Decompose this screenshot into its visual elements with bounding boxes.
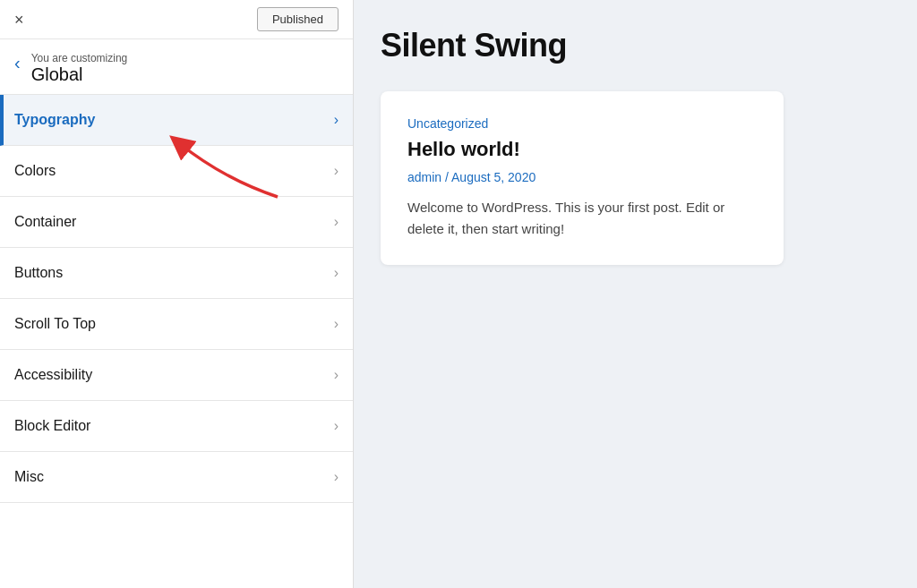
close-icon[interactable]: × <box>14 12 24 28</box>
sidebar-item-label-typography: Typography <box>14 112 95 128</box>
chevron-right-icon: › <box>334 367 339 383</box>
preview-area: Silent Swing Uncategorized Hello world! … <box>354 0 917 292</box>
sidebar-item-label-container: Container <box>14 214 76 230</box>
sidebar-item-label-accessibility: Accessibility <box>14 367 92 383</box>
sidebar-item-container[interactable]: Container› <box>0 197 353 248</box>
customizing-info: You are customizing Global <box>31 52 128 85</box>
sidebar: × Published ‹ You are customizing Global… <box>0 0 354 588</box>
post-meta: admin / August 5, 2020 <box>407 170 757 184</box>
sidebar-item-typography[interactable]: Typography› <box>0 95 353 146</box>
sidebar-item-colors[interactable]: Colors› <box>0 146 353 197</box>
sidebar-item-scroll-to-top[interactable]: Scroll To Top› <box>0 299 353 350</box>
sidebar-item-label-misc: Misc <box>14 469 44 485</box>
post-excerpt: Welcome to WordPress. This is your first… <box>407 197 757 240</box>
nav-items: Typography›Colors›Container›Buttons›Scro… <box>0 95 353 588</box>
sidebar-item-misc[interactable]: Misc› <box>0 452 353 503</box>
chevron-right-icon: › <box>334 265 339 281</box>
sidebar-item-block-editor[interactable]: Block Editor› <box>0 401 353 452</box>
site-title: Silent Swing <box>381 27 890 64</box>
chevron-right-icon: › <box>334 163 339 179</box>
sidebar-header: × Published <box>0 0 353 39</box>
sidebar-item-label-colors: Colors <box>14 163 56 179</box>
main-content: Silent Swing Uncategorized Hello world! … <box>354 0 917 588</box>
post-category: Uncategorized <box>407 116 757 131</box>
chevron-right-icon: › <box>334 214 339 230</box>
sidebar-back: ‹ You are customizing Global <box>0 39 353 95</box>
sidebar-item-accessibility[interactable]: Accessibility› <box>0 350 353 401</box>
published-button[interactable]: Published <box>257 7 339 31</box>
post-card: Uncategorized Hello world! admin / Augus… <box>381 91 784 265</box>
post-title: Hello world! <box>407 138 757 161</box>
sidebar-item-label-block-editor: Block Editor <box>14 418 90 434</box>
back-arrow-icon[interactable]: ‹ <box>14 54 21 72</box>
sidebar-item-label-buttons: Buttons <box>14 265 63 281</box>
chevron-right-icon: › <box>334 418 339 434</box>
sidebar-item-label-scroll-to-top: Scroll To Top <box>14 316 96 332</box>
customizing-title: Global <box>31 64 128 85</box>
chevron-right-icon: › <box>334 112 339 128</box>
customizing-label: You are customizing <box>31 52 128 64</box>
chevron-right-icon: › <box>334 316 339 332</box>
chevron-right-icon: › <box>334 469 339 485</box>
sidebar-item-buttons[interactable]: Buttons› <box>0 248 353 299</box>
